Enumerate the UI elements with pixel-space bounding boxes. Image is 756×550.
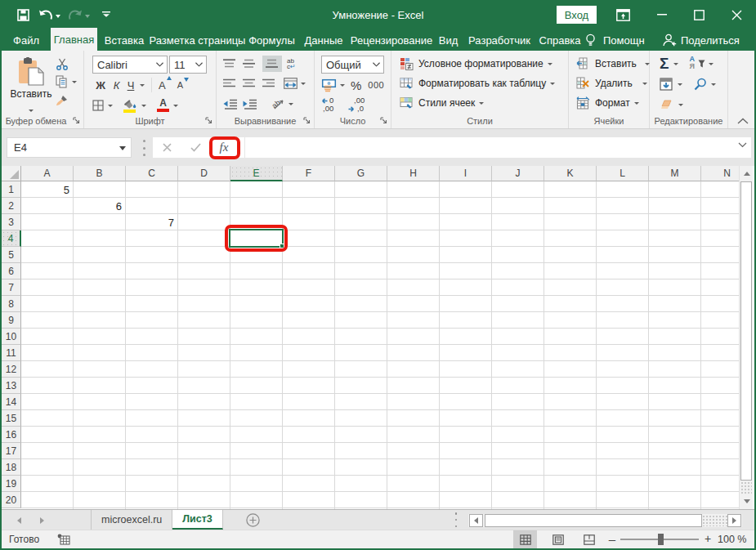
tab-ribbon-4[interactable]: Данные: [299, 29, 348, 51]
align-bottom-button[interactable]: [262, 56, 282, 72]
accounting-format-dropdown[interactable]: [340, 84, 345, 87]
vertical-scroll-track[interactable]: [740, 481, 752, 494]
share-button[interactable]: Поделиться: [662, 29, 740, 51]
close-button[interactable]: [722, 0, 750, 29]
format-painter-button[interactable]: [56, 91, 83, 109]
sign-in-button[interactable]: Вход: [557, 6, 597, 24]
font-color-button[interactable]: А: [157, 99, 178, 112]
font-dialog-launcher[interactable]: [204, 116, 213, 125]
cell-styles-button[interactable]: Стили ячеек: [400, 96, 484, 110]
column-header-G[interactable]: G: [335, 166, 387, 181]
tab-ribbon-6[interactable]: Вид: [435, 29, 462, 51]
wrap-text-button[interactable]: abc↵: [287, 58, 296, 69]
alignment-dialog-launcher[interactable]: [302, 116, 311, 125]
row-header-11[interactable]: 11: [2, 345, 21, 361]
scroll-up-button[interactable]: [740, 167, 753, 181]
sheet-tab-Лист3[interactable]: Лист3: [172, 510, 222, 530]
tab-ribbon-2[interactable]: Разметка страницы: [150, 29, 244, 51]
column-header-M[interactable]: M: [649, 166, 701, 181]
macro-record-button[interactable]: [57, 534, 70, 545]
zoom-percentage[interactable]: 100 %: [718, 534, 746, 545]
ribbon-display-options-button[interactable]: [609, 0, 637, 29]
row-header-5[interactable]: 5: [2, 247, 21, 263]
bold-button[interactable]: Ж: [92, 79, 109, 92]
autosum-dropdown[interactable]: [673, 63, 678, 65]
collapse-ribbon-button[interactable]: [734, 114, 752, 127]
horizontal-scroll-track[interactable]: [702, 515, 727, 526]
column-header-K[interactable]: K: [544, 166, 597, 181]
cell-B2[interactable]: 6: [74, 198, 125, 214]
tab-ribbon-8[interactable]: Справка: [537, 29, 583, 51]
row-header-14[interactable]: 14: [2, 394, 21, 410]
sheet-nav-prev-button[interactable]: [11, 515, 26, 526]
tab-ribbon-3[interactable]: Формулы: [246, 29, 297, 51]
undo-dropdown[interactable]: [56, 9, 60, 20]
font-size-combo[interactable]: 11: [169, 56, 207, 74]
row-header-10[interactable]: 10: [2, 329, 21, 345]
tab-file[interactable]: Файл: [7, 29, 46, 51]
shrink-font-button[interactable]: А: [177, 80, 183, 90]
sheet-nav-next-button[interactable]: [34, 515, 49, 526]
format-as-table-button[interactable]: Форматировать как таблицу: [400, 76, 555, 91]
zoom-slider[interactable]: [620, 539, 699, 540]
formula-input[interactable]: [245, 137, 751, 158]
row-header-15[interactable]: 15: [2, 410, 21, 427]
name-box[interactable]: E4: [7, 137, 132, 158]
redo-dropdown[interactable]: [85, 9, 90, 20]
row-header-12[interactable]: 12: [2, 361, 21, 378]
select-all-corner[interactable]: [2, 166, 21, 181]
tab-home[interactable]: Главная: [51, 28, 97, 51]
scroll-down-button[interactable]: [740, 494, 753, 508]
borders-button[interactable]: [92, 100, 113, 111]
cell-C3[interactable]: 7: [126, 214, 177, 230]
grow-font-button[interactable]: А: [159, 79, 166, 92]
vertical-scroll-thumb[interactable]: [740, 181, 752, 481]
maximize-button[interactable]: [685, 0, 713, 29]
column-header-N[interactable]: N: [701, 166, 740, 181]
comma-style-button[interactable]: 000: [368, 80, 384, 90]
delete-cells-button[interactable]: Удалить: [576, 76, 647, 91]
horizontal-scrollbar[interactable]: [468, 514, 742, 527]
column-header-H[interactable]: H: [387, 166, 440, 181]
column-header-F[interactable]: F: [283, 166, 335, 181]
row-header-19[interactable]: 19: [2, 476, 21, 492]
zoom-out-button[interactable]: –: [606, 532, 619, 547]
copy-button[interactable]: [56, 73, 83, 91]
row-header-4[interactable]: 4: [2, 230, 21, 247]
format-cells-button[interactable]: Формат: [576, 96, 639, 110]
sheet-bar-resize-handle[interactable]: [454, 512, 458, 527]
align-middle-button[interactable]: [243, 59, 262, 69]
row-header-7[interactable]: 7: [2, 279, 21, 296]
borders-dropdown[interactable]: [108, 105, 113, 107]
number-dialog-launcher[interactable]: [379, 116, 388, 125]
row-header-8[interactable]: 8: [2, 296, 21, 312]
row-header-2[interactable]: 2: [2, 198, 21, 214]
tab-ribbon-7[interactable]: Разработчик: [463, 29, 535, 51]
column-header-I[interactable]: I: [440, 166, 492, 181]
clear-dropdown[interactable]: [678, 104, 683, 106]
save-button[interactable]: [13, 5, 33, 25]
merge-center-dropdown[interactable]: [301, 83, 306, 85]
view-page-break-button[interactable]: [577, 530, 601, 548]
column-header-L[interactable]: L: [597, 166, 649, 181]
fill-handle[interactable]: [280, 244, 284, 248]
increase-indent-button[interactable]: [243, 99, 262, 110]
italic-button[interactable]: К: [109, 79, 124, 92]
percent-style-button[interactable]: %: [351, 78, 361, 92]
column-header-J[interactable]: J: [492, 166, 544, 181]
cancel-button[interactable]: [153, 143, 181, 152]
align-top-button[interactable]: [223, 59, 243, 69]
sort-filter-button[interactable]: А Я: [689, 56, 714, 71]
cells-area[interactable]: 567: [21, 181, 740, 509]
sheet-tab-microexcel.ru[interactable]: microexcel.ru: [91, 510, 172, 530]
zoom-slider-thumb[interactable]: [658, 534, 664, 545]
name-box-dropdown[interactable]: [119, 146, 126, 150]
align-center-button[interactable]: [243, 78, 262, 88]
column-header-E[interactable]: E: [230, 166, 283, 181]
vertical-scrollbar[interactable]: [739, 166, 753, 509]
view-page-layout-button[interactable]: [546, 530, 570, 548]
zoom-in-button[interactable]: +: [701, 532, 714, 547]
sort-filter-dropdown[interactable]: [709, 63, 714, 65]
cell-A1[interactable]: 5: [21, 181, 73, 198]
increase-decimal-button[interactable]: 0 ,00: [321, 96, 341, 114]
